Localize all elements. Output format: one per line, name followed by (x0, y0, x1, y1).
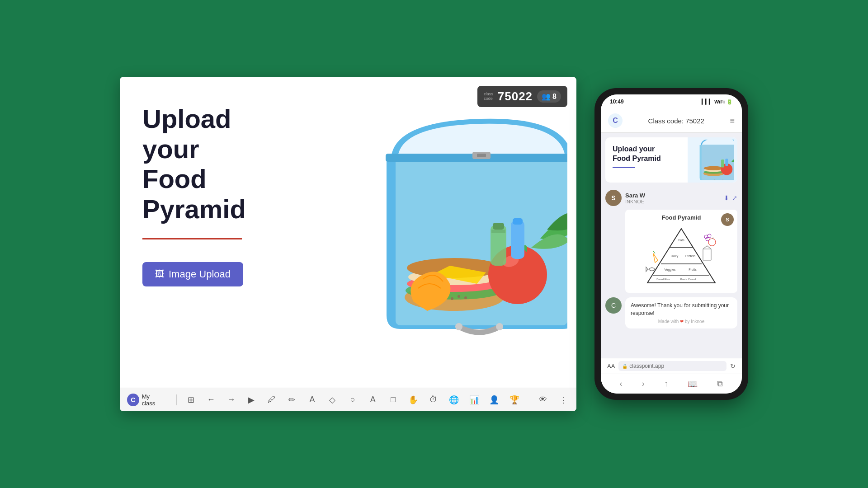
user-avatar-initials: S (611, 194, 615, 202)
image-upload-icon: 🖼 (155, 269, 164, 279)
signal-icon: ▎▎▎ (702, 99, 712, 105)
participants-icon: 👥 (542, 92, 551, 101)
user-org: INKNOE (625, 199, 720, 204)
response-user-row: S Sara W INKNOE ⬇ ⤢ (605, 190, 737, 206)
participants-badge: 👥 8 (537, 90, 561, 103)
slide-underline (142, 238, 242, 239)
download-icon[interactable]: ⬇ (724, 194, 729, 202)
presentation-slide: classcode 75022 👥 8 Upload your Food Pyr… (120, 77, 576, 411)
brand-label: My class (142, 393, 164, 407)
laser-icon[interactable]: 🖊 (266, 394, 278, 406)
svg-marker-31 (647, 229, 715, 283)
svg-text:Protein: Protein (685, 254, 695, 258)
slide-preview-text: Upload your Food Pyramid (605, 137, 688, 183)
toolbar-separator (176, 394, 177, 405)
phone-address-bar: AA 🔒 classpoint.app ↻ (601, 358, 742, 374)
svg-point-27 (703, 166, 723, 170)
heart-icon: ❤ (680, 319, 685, 324)
forward-nav-icon[interactable]: › (642, 379, 645, 389)
pyramid-svg-container: Fats Dairy Protein Veggies Fruits Bread … (645, 224, 717, 287)
slide-content: Upload your Food Pyramid 🖼 Image Upload (120, 77, 576, 388)
tabs-nav-icon[interactable]: ⧉ (717, 379, 723, 389)
response-actions: ⬇ ⤢ (724, 194, 737, 202)
phone-screen: 10:49 ▎▎▎ WiFi 🔋 C Class code: 75022 ≡ U… (601, 94, 742, 394)
svg-point-16 (451, 297, 453, 300)
class-code-number: 75022 (498, 89, 533, 103)
grid-icon[interactable]: ⊞ (185, 394, 197, 406)
toolbar-brand: C My class (127, 393, 164, 407)
prev-icon[interactable]: ← (205, 394, 217, 406)
play-icon[interactable]: ▶ (245, 394, 258, 406)
user-icon[interactable]: 👤 (488, 394, 500, 406)
lunchbox-illustration (323, 112, 567, 374)
slide-preview-card: Upload your Food Pyramid (605, 137, 737, 183)
back-nav-icon[interactable]: ‹ (620, 379, 623, 389)
svg-point-18 (464, 296, 467, 299)
slide-preview-underline (613, 167, 635, 168)
card-user-avatar: S (721, 213, 734, 226)
svg-rect-11 (493, 223, 504, 230)
phone-time: 10:49 (610, 99, 624, 105)
class-code-badge: classcode 75022 👥 8 (477, 86, 567, 107)
more-icon[interactable]: ⋮ (557, 394, 569, 406)
eye-icon[interactable]: 👁 (537, 394, 549, 406)
pen-icon[interactable]: ✏ (286, 394, 298, 406)
brand-logo: C (127, 394, 139, 406)
phone-nav-bar: ‹ › ↑ 📖 ⧉ (601, 374, 742, 394)
app-class-code-text: Class code: 75022 (648, 117, 704, 125)
user-info: Sara W INKNOE (625, 192, 720, 204)
url-text: classpoint.app (629, 363, 664, 369)
user-name: Sara W (625, 192, 720, 199)
class-code-label: classcode (484, 92, 493, 101)
svg-rect-13 (511, 221, 524, 259)
success-row: C Awesome! Thank you for submitting your… (605, 297, 737, 328)
shape-icon[interactable]: □ (387, 394, 399, 406)
circle-icon[interactable]: ○ (347, 394, 359, 406)
phone-status-bar: 10:49 ▎▎▎ WiFi 🔋 (601, 94, 742, 109)
slide-title: Upload your Food Pyramid (142, 104, 292, 225)
svg-rect-12 (491, 230, 505, 233)
eraser-icon[interactable]: ◇ (326, 394, 339, 406)
food-pyramid-card-title: Food Pyramid (662, 214, 701, 221)
image-upload-button[interactable]: 🖼 Image Upload (142, 262, 243, 286)
svg-text:Veggies: Veggies (665, 268, 676, 272)
svg-rect-23 (477, 154, 486, 157)
text-icon[interactable]: A (367, 394, 379, 406)
reload-icon[interactable]: ↻ (730, 362, 736, 370)
svg-text:Dairy: Dairy (671, 254, 679, 258)
chart-icon[interactable]: 📊 (468, 394, 480, 406)
slide-left: Upload your Food Pyramid 🖼 Image Upload (120, 77, 314, 388)
slide-preview-image (688, 137, 737, 183)
svg-text:Pasta Cereal: Pasta Cereal (680, 278, 696, 281)
phone-wrapper: 10:49 ▎▎▎ WiFi 🔋 C Class code: 75022 ≡ U… (594, 88, 748, 400)
slide-preview-title: Upload your Food Pyramid (613, 145, 680, 164)
food-pyramid-card: Food Pyramid Fats (625, 210, 737, 293)
timer-icon[interactable]: ⏱ (428, 394, 440, 406)
bookmarks-nav-icon[interactable]: 📖 (688, 379, 698, 389)
share-nav-icon[interactable]: ↑ (664, 379, 668, 389)
globe-icon[interactable]: 🌐 (448, 394, 460, 406)
font-icon[interactable]: A (306, 394, 318, 406)
svg-rect-14 (513, 218, 523, 225)
wifi-icon: WiFi (714, 99, 725, 104)
participants-count: 8 (552, 93, 557, 101)
success-avatar: C (605, 297, 622, 314)
trophy-icon[interactable]: 🏆 (509, 394, 521, 406)
hand-icon[interactable]: ✋ (407, 394, 420, 406)
status-icons: ▎▎▎ WiFi 🔋 (702, 99, 733, 105)
success-bubble: Awesome! Thank you for submitting your r… (625, 297, 737, 328)
success-text: Awesome! Thank you for submitting your r… (631, 302, 732, 317)
slide-illustration (305, 77, 576, 388)
svg-point-17 (458, 295, 460, 298)
svg-text:Fruits: Fruits (689, 268, 697, 271)
hamburger-menu[interactable]: ≡ (730, 116, 735, 126)
app-logo: C (608, 113, 623, 128)
response-area[interactable]: S Sara W INKNOE ⬇ ⤢ Food Pyramid (601, 187, 742, 358)
svg-point-43 (708, 239, 716, 246)
url-bar[interactable]: 🔒 classpoint.app (618, 361, 726, 371)
expand-icon[interactable]: ⤢ (732, 194, 737, 202)
next-icon[interactable]: → (225, 394, 237, 406)
app-header: C Class code: 75022 ≡ (601, 109, 742, 133)
upload-btn-label: Image Upload (169, 268, 231, 280)
svg-rect-42 (703, 249, 711, 260)
